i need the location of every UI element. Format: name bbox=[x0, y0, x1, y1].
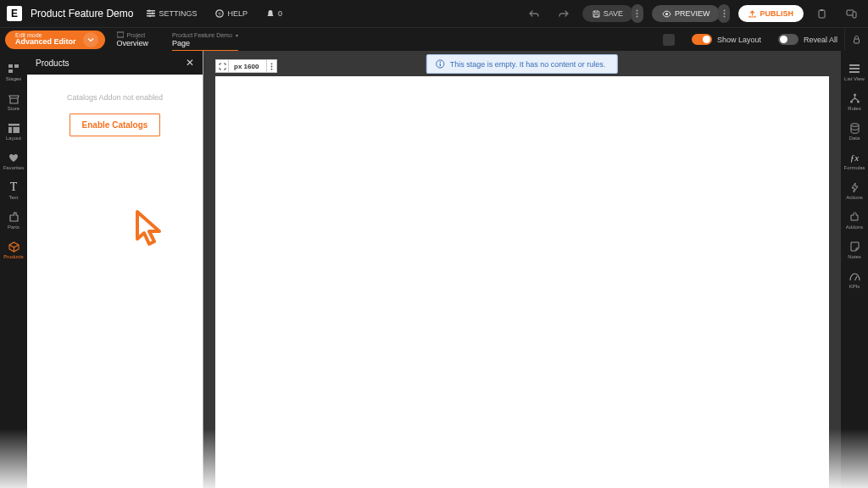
rail-parts[interactable]: Parts bbox=[0, 206, 27, 234]
svg-point-31 bbox=[271, 65, 273, 67]
empty-stage-banner: This stage is empty. It has no content o… bbox=[426, 54, 618, 74]
upload-icon bbox=[748, 10, 756, 18]
formula-icon: ƒx bbox=[849, 152, 860, 164]
svg-rect-24 bbox=[8, 124, 19, 126]
svg-point-14 bbox=[723, 16, 725, 18]
svg-point-28 bbox=[439, 62, 441, 64]
help-button[interactable]: ? HELP bbox=[210, 6, 253, 21]
svg-point-13 bbox=[723, 13, 725, 14]
kpi-icon bbox=[849, 270, 860, 282]
addons-icon bbox=[849, 211, 860, 223]
chevron-down-icon bbox=[83, 32, 98, 47]
store-icon bbox=[8, 92, 19, 104]
undo-button[interactable] bbox=[525, 3, 545, 24]
svg-point-9 bbox=[637, 13, 638, 14]
help-label: HELP bbox=[227, 9, 248, 18]
expand-canvas-button[interactable] bbox=[215, 59, 229, 73]
reveal-all-toggle[interactable] bbox=[778, 34, 798, 45]
bell-icon bbox=[266, 9, 275, 18]
svg-rect-16 bbox=[821, 9, 823, 11]
svg-rect-22 bbox=[14, 64, 19, 68]
project-title: Product Feature Demo bbox=[31, 8, 133, 19]
enable-catalogs-button[interactable]: Enable Catalogs bbox=[70, 114, 161, 136]
settings-label: SETTINGS bbox=[159, 9, 197, 18]
rail-kpis[interactable]: KPIs bbox=[841, 265, 868, 293]
clipboard-button[interactable] bbox=[812, 3, 832, 24]
rail-rules[interactable]: Rules bbox=[841, 87, 868, 115]
close-panel-button[interactable]: ✕ bbox=[186, 57, 194, 69]
save-menu[interactable] bbox=[632, 4, 643, 23]
rail-data[interactable]: Data bbox=[841, 117, 868, 145]
svg-point-39 bbox=[851, 123, 859, 126]
rail-text[interactable]: T Text bbox=[0, 176, 27, 204]
svg-point-30 bbox=[271, 63, 273, 64]
rail-notes[interactable]: Notes bbox=[841, 236, 868, 263]
svg-point-4 bbox=[152, 12, 154, 14]
publish-label: PUBLISH bbox=[760, 9, 793, 18]
svg-rect-15 bbox=[819, 10, 825, 18]
svg-rect-18 bbox=[853, 12, 856, 18]
svg-point-8 bbox=[637, 10, 638, 12]
notifications-button[interactable]: 0 bbox=[261, 6, 287, 21]
reveal-all-label: Reveal All bbox=[804, 36, 837, 44]
heart-icon bbox=[8, 152, 19, 164]
svg-rect-33 bbox=[849, 64, 860, 66]
show-layout-label: Show Layout bbox=[717, 36, 761, 44]
parts-icon bbox=[8, 211, 19, 223]
svg-rect-0 bbox=[147, 10, 155, 12]
rail-products[interactable]: Products bbox=[0, 236, 27, 263]
stage-canvas[interactable] bbox=[215, 76, 829, 488]
panel-title: Products bbox=[36, 58, 69, 68]
preview-menu[interactable] bbox=[718, 4, 730, 23]
rail-store[interactable]: Store bbox=[0, 87, 27, 115]
svg-point-10 bbox=[637, 16, 638, 18]
svg-rect-1 bbox=[147, 13, 155, 14]
canvas-menu[interactable] bbox=[267, 59, 277, 73]
devices-button[interactable] bbox=[841, 3, 861, 24]
breadcrumb-page[interactable]: Product Feature Demo▾ Page bbox=[160, 32, 250, 47]
rail-actions[interactable]: Actions bbox=[841, 176, 868, 204]
svg-rect-34 bbox=[849, 68, 860, 69]
svg-rect-23 bbox=[8, 69, 13, 73]
products-panel: Products ✕ Catalogs Addon not enabled En… bbox=[27, 51, 203, 488]
edit-mode-label: Edit mode bbox=[15, 32, 76, 38]
svg-rect-21 bbox=[8, 64, 13, 68]
preview-label: PREVIEW bbox=[675, 9, 710, 18]
settings-icon bbox=[147, 9, 155, 18]
text-icon: T bbox=[8, 181, 19, 193]
rail-listview[interactable]: List View bbox=[841, 58, 868, 86]
save-icon bbox=[593, 10, 600, 18]
rules-icon bbox=[849, 92, 860, 104]
svg-text:?: ? bbox=[219, 12, 222, 17]
save-button[interactable]: SAVE bbox=[582, 5, 633, 22]
list-icon bbox=[849, 63, 860, 75]
preview-button[interactable]: PREVIEW bbox=[652, 5, 721, 22]
svg-point-32 bbox=[271, 68, 273, 69]
edit-mode-selector[interactable]: Edit mode Advanced Editor bbox=[5, 30, 105, 49]
svg-point-5 bbox=[149, 14, 152, 17]
show-layout-toggle[interactable] bbox=[692, 34, 712, 45]
toggle-checkbox[interactable] bbox=[663, 34, 675, 46]
publish-button[interactable]: PUBLISH bbox=[738, 5, 804, 22]
svg-point-3 bbox=[148, 9, 151, 12]
rail-layout[interactable]: Layout bbox=[0, 117, 27, 145]
database-icon bbox=[849, 122, 860, 134]
banner-text: This stage is empty. It has no content o… bbox=[450, 60, 605, 69]
notif-count: 0 bbox=[278, 9, 282, 18]
rail-addons[interactable]: Addons bbox=[841, 206, 868, 234]
svg-point-36 bbox=[854, 94, 856, 97]
help-icon: ? bbox=[215, 9, 224, 18]
rail-formulas[interactable]: ƒx Formulas bbox=[841, 147, 868, 175]
app-logo[interactable]: E bbox=[7, 6, 22, 21]
svg-rect-20 bbox=[854, 39, 860, 43]
svg-rect-19 bbox=[117, 32, 124, 37]
settings-button[interactable]: SETTINGS bbox=[142, 6, 202, 21]
rail-favorites[interactable]: Favorites bbox=[0, 147, 27, 175]
lock-button[interactable] bbox=[844, 28, 868, 52]
svg-rect-35 bbox=[849, 71, 860, 73]
breadcrumb-project[interactable]: Project Overview bbox=[105, 31, 161, 47]
canvas-width-label[interactable]: px 1600 bbox=[229, 59, 267, 73]
rail-stages[interactable]: Stages bbox=[0, 58, 27, 86]
project-icon bbox=[117, 31, 124, 38]
redo-button[interactable] bbox=[554, 3, 574, 24]
